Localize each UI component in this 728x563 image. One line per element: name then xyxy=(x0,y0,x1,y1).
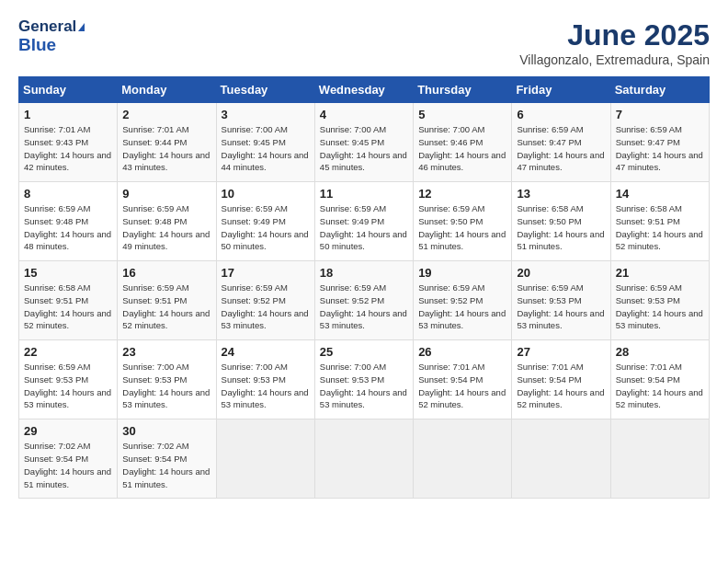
day-number: 3 xyxy=(222,108,310,121)
day-number: 7 xyxy=(616,108,704,121)
table-row: 21 Sunrise: 6:59 AM Sunset: 9:53 PM Dayl… xyxy=(610,261,709,340)
table-row xyxy=(314,419,413,499)
table-row xyxy=(216,419,314,499)
table-row: 16 Sunrise: 6:59 AM Sunset: 9:51 PM Dayl… xyxy=(118,261,216,340)
day-info: Sunrise: 6:59 AM Sunset: 9:48 PM Dayligh… xyxy=(122,202,210,253)
table-row: 23 Sunrise: 7:00 AM Sunset: 9:53 PM Dayl… xyxy=(118,340,216,419)
day-info: Sunrise: 6:59 AM Sunset: 9:52 PM Dayligh… xyxy=(320,282,408,332)
table-row: 11 Sunrise: 6:59 AM Sunset: 9:49 PM Dayl… xyxy=(314,182,413,261)
day-info: Sunrise: 7:02 AM Sunset: 9:54 PM Dayligh… xyxy=(24,440,112,490)
col-thursday: Thursday xyxy=(414,77,512,103)
day-number: 10 xyxy=(222,187,310,201)
day-number: 27 xyxy=(517,345,605,359)
calendar-week-row: 29 Sunrise: 7:02 AM Sunset: 9:54 PM Dayl… xyxy=(19,419,710,499)
month-title: June 2025 xyxy=(519,18,710,52)
day-info: Sunrise: 6:59 AM Sunset: 9:49 PM Dayligh… xyxy=(320,202,408,253)
day-info: Sunrise: 7:00 AM Sunset: 9:53 PM Dayligh… xyxy=(320,361,408,411)
col-friday: Friday xyxy=(512,77,610,103)
day-info: Sunrise: 6:59 AM Sunset: 9:50 PM Dayligh… xyxy=(418,202,506,253)
day-number: 4 xyxy=(320,108,408,121)
day-info: Sunrise: 7:02 AM Sunset: 9:54 PM Dayligh… xyxy=(122,440,210,490)
day-number: 13 xyxy=(517,187,605,201)
day-info: Sunrise: 7:00 AM Sunset: 9:53 PM Dayligh… xyxy=(222,361,310,411)
day-info: Sunrise: 6:58 AM Sunset: 9:51 PM Dayligh… xyxy=(24,282,112,332)
table-row xyxy=(512,419,610,499)
table-row: 26 Sunrise: 7:01 AM Sunset: 9:54 PM Dayl… xyxy=(414,340,512,419)
table-row: 5 Sunrise: 7:00 AM Sunset: 9:46 PM Dayli… xyxy=(414,103,512,182)
table-row: 8 Sunrise: 6:59 AM Sunset: 9:48 PM Dayli… xyxy=(19,182,118,261)
col-tuesday: Tuesday xyxy=(216,77,314,103)
day-info: Sunrise: 6:59 AM Sunset: 9:47 PM Dayligh… xyxy=(517,123,605,174)
day-info: Sunrise: 6:59 AM Sunset: 9:51 PM Dayligh… xyxy=(122,282,210,332)
table-row: 12 Sunrise: 6:59 AM Sunset: 9:50 PM Dayl… xyxy=(414,182,512,261)
day-info: Sunrise: 7:00 AM Sunset: 9:45 PM Dayligh… xyxy=(222,123,310,174)
table-row: 14 Sunrise: 6:58 AM Sunset: 9:51 PM Dayl… xyxy=(610,182,709,261)
day-number: 20 xyxy=(517,266,605,280)
calendar-week-row: 1 Sunrise: 7:01 AM Sunset: 9:43 PM Dayli… xyxy=(19,103,710,182)
table-row: 9 Sunrise: 6:59 AM Sunset: 9:48 PM Dayli… xyxy=(118,182,216,261)
day-number: 16 xyxy=(122,266,210,280)
day-number: 5 xyxy=(418,108,506,121)
calendar-header-row: Sunday Monday Tuesday Wednesday Thursday… xyxy=(19,77,710,103)
day-number: 9 xyxy=(122,187,210,201)
table-row: 22 Sunrise: 6:59 AM Sunset: 9:53 PM Dayl… xyxy=(19,340,118,419)
day-info: Sunrise: 6:59 AM Sunset: 9:47 PM Dayligh… xyxy=(616,123,704,174)
page-header: General Blue June 2025 Villagonzalo, Ext… xyxy=(18,18,710,67)
table-row: 20 Sunrise: 6:59 AM Sunset: 9:53 PM Dayl… xyxy=(512,261,610,340)
col-wednesday: Wednesday xyxy=(314,77,413,103)
table-row: 28 Sunrise: 7:01 AM Sunset: 9:54 PM Dayl… xyxy=(610,340,709,419)
day-info: Sunrise: 6:59 AM Sunset: 9:53 PM Dayligh… xyxy=(616,282,704,332)
col-sunday: Sunday xyxy=(19,77,118,103)
day-info: Sunrise: 7:01 AM Sunset: 9:44 PM Dayligh… xyxy=(122,123,210,174)
table-row: 15 Sunrise: 6:58 AM Sunset: 9:51 PM Dayl… xyxy=(19,261,118,340)
day-info: Sunrise: 6:59 AM Sunset: 9:52 PM Dayligh… xyxy=(418,282,506,332)
col-saturday: Saturday xyxy=(610,77,709,103)
day-number: 18 xyxy=(320,266,408,280)
day-info: Sunrise: 7:00 AM Sunset: 9:46 PM Dayligh… xyxy=(418,123,506,174)
day-info: Sunrise: 6:59 AM Sunset: 9:52 PM Dayligh… xyxy=(222,282,310,332)
table-row: 1 Sunrise: 7:01 AM Sunset: 9:43 PM Dayli… xyxy=(19,103,118,182)
day-info: Sunrise: 6:59 AM Sunset: 9:49 PM Dayligh… xyxy=(222,202,310,253)
day-info: Sunrise: 6:59 AM Sunset: 9:53 PM Dayligh… xyxy=(24,361,112,411)
table-row: 13 Sunrise: 6:58 AM Sunset: 9:50 PM Dayl… xyxy=(512,182,610,261)
table-row: 25 Sunrise: 7:00 AM Sunset: 9:53 PM Dayl… xyxy=(314,340,413,419)
title-block: June 2025 Villagonzalo, Extremadura, Spa… xyxy=(519,18,710,67)
col-monday: Monday xyxy=(118,77,216,103)
logo: General Blue xyxy=(18,18,85,55)
day-number: 28 xyxy=(616,345,704,359)
day-info: Sunrise: 6:58 AM Sunset: 9:51 PM Dayligh… xyxy=(616,202,704,253)
day-info: Sunrise: 7:00 AM Sunset: 9:53 PM Dayligh… xyxy=(122,361,210,411)
day-info: Sunrise: 7:01 AM Sunset: 9:54 PM Dayligh… xyxy=(517,361,605,411)
table-row xyxy=(414,419,512,499)
location-text: Villagonzalo, Extremadura, Spain xyxy=(519,52,710,67)
day-number: 25 xyxy=(320,345,408,359)
table-row: 3 Sunrise: 7:00 AM Sunset: 9:45 PM Dayli… xyxy=(216,103,314,182)
day-number: 17 xyxy=(222,266,310,280)
calendar-week-row: 8 Sunrise: 6:59 AM Sunset: 9:48 PM Dayli… xyxy=(19,182,710,261)
day-info: Sunrise: 7:01 AM Sunset: 9:43 PM Dayligh… xyxy=(24,123,112,174)
day-number: 30 xyxy=(122,424,210,438)
table-row: 19 Sunrise: 6:59 AM Sunset: 9:52 PM Dayl… xyxy=(414,261,512,340)
calendar-table: Sunday Monday Tuesday Wednesday Thursday… xyxy=(18,76,710,499)
table-row: 6 Sunrise: 6:59 AM Sunset: 9:47 PM Dayli… xyxy=(512,103,610,182)
day-number: 2 xyxy=(122,108,210,121)
calendar-week-row: 15 Sunrise: 6:58 AM Sunset: 9:51 PM Dayl… xyxy=(19,261,710,340)
day-number: 22 xyxy=(24,345,112,359)
table-row: 30 Sunrise: 7:02 AM Sunset: 9:54 PM Dayl… xyxy=(118,419,216,499)
table-row: 7 Sunrise: 6:59 AM Sunset: 9:47 PM Dayli… xyxy=(610,103,709,182)
table-row: 27 Sunrise: 7:01 AM Sunset: 9:54 PM Dayl… xyxy=(512,340,610,419)
day-number: 26 xyxy=(418,345,506,359)
table-row: 24 Sunrise: 7:00 AM Sunset: 9:53 PM Dayl… xyxy=(216,340,314,419)
day-number: 29 xyxy=(24,424,112,438)
day-info: Sunrise: 7:01 AM Sunset: 9:54 PM Dayligh… xyxy=(616,361,704,411)
day-number: 8 xyxy=(24,187,112,201)
day-number: 15 xyxy=(24,266,112,280)
day-info: Sunrise: 6:58 AM Sunset: 9:50 PM Dayligh… xyxy=(517,202,605,253)
day-number: 14 xyxy=(616,187,704,201)
day-number: 6 xyxy=(517,108,605,121)
table-row xyxy=(610,419,709,499)
table-row: 4 Sunrise: 7:00 AM Sunset: 9:45 PM Dayli… xyxy=(314,103,413,182)
day-info: Sunrise: 6:59 AM Sunset: 9:48 PM Dayligh… xyxy=(24,202,112,253)
table-row: 10 Sunrise: 6:59 AM Sunset: 9:49 PM Dayl… xyxy=(216,182,314,261)
day-number: 23 xyxy=(122,345,210,359)
